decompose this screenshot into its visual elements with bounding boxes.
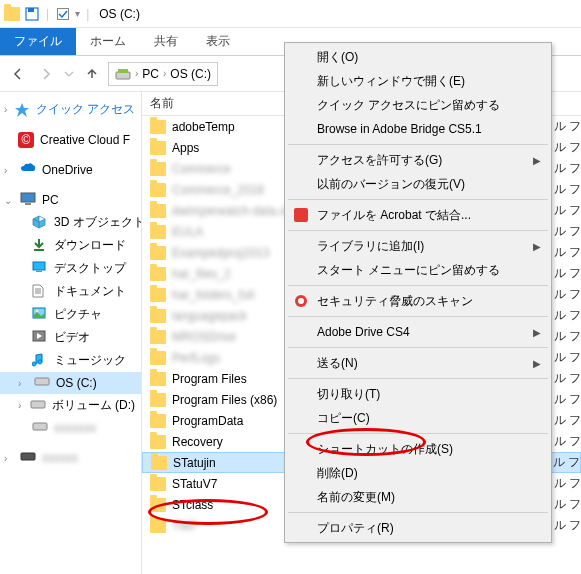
forward-button[interactable] (34, 62, 58, 86)
menu-send-to[interactable]: 送る(N)▶ (287, 351, 549, 375)
address-bar[interactable]: › PC › OS (C:) (108, 62, 218, 86)
menu-restore-prev[interactable]: 以前のバージョンの復元(V) (287, 172, 549, 196)
file-name: Exampedproj2013 (172, 246, 269, 260)
drive-icon (30, 398, 46, 414)
menu-separator (288, 512, 548, 513)
back-button[interactable] (6, 62, 30, 86)
sidebar-item-videos[interactable]: ビデオ (0, 326, 141, 349)
svg-rect-4 (118, 69, 128, 73)
chevron-right-icon[interactable]: › (163, 68, 166, 79)
save-icon[interactable] (24, 6, 40, 22)
menu-scan-threat[interactable]: セキュリティ脅威のスキャン (287, 289, 549, 313)
svg-text:©: © (22, 133, 31, 147)
file-name: STclass (172, 498, 213, 512)
sidebar-item-onedrive[interactable]: ›OneDrive (0, 159, 141, 181)
sidebar-item-blur1[interactable]: xxxxxxx (0, 417, 141, 439)
breadcrumb-pc[interactable]: PC (142, 67, 159, 81)
expand-icon[interactable]: › (18, 378, 28, 389)
file-name: adobeTemp (172, 120, 235, 134)
sidebar-item-creative-cloud[interactable]: ©Creative Cloud F (0, 129, 141, 151)
cube-icon (32, 215, 48, 231)
file-name: ProgramData (172, 414, 243, 428)
drive-icon (34, 375, 50, 391)
menu-add-library[interactable]: ライブラリに追加(I)▶ (287, 234, 549, 258)
menu-separator (288, 378, 548, 379)
breadcrumb-drive[interactable]: OS (C:) (170, 67, 211, 81)
expand-icon[interactable]: › (4, 104, 8, 115)
folder-icon (150, 246, 166, 260)
sidebar-item-music[interactable]: ミュージック (0, 349, 141, 372)
qat-dropdown-icon[interactable]: ▾ (75, 8, 80, 19)
chevron-right-icon: ▶ (533, 241, 541, 252)
sidebar-item-quick-access[interactable]: ›クイック アクセス (0, 98, 141, 121)
sidebar-item-documents[interactable]: ドキュメント (0, 280, 141, 303)
drive-icon (115, 67, 131, 81)
folder-icon (150, 120, 166, 134)
menu-separator (288, 316, 548, 317)
folder-icon (150, 414, 166, 428)
drive-icon (20, 450, 36, 466)
menu-pin-quick[interactable]: クイック アクセスにピン留めする (287, 93, 549, 117)
music-icon (32, 353, 48, 369)
desktop-icon (32, 261, 48, 277)
menu-separator (288, 199, 548, 200)
menu-separator (288, 144, 548, 145)
chevron-right-icon: ▶ (533, 358, 541, 369)
folder-icon (4, 6, 20, 22)
menu-separator (288, 433, 548, 434)
menu-delete[interactable]: 削除(D) (287, 461, 549, 485)
file-name: EULA (172, 225, 203, 239)
chevron-right-icon[interactable]: › (135, 68, 138, 79)
menu-adobe-drive[interactable]: Adobe Drive CS4▶ (287, 320, 549, 344)
sidebar-item-downloads[interactable]: ダウンロード (0, 234, 141, 257)
folder-icon (150, 183, 166, 197)
sidebar-item-pc[interactable]: ⌄PC (0, 189, 141, 211)
tab-share[interactable]: 共有 (140, 28, 192, 55)
sidebar-item-osc[interactable]: ›OS (C:) (0, 372, 141, 394)
file-name: languagepack (172, 309, 247, 323)
menu-new-window[interactable]: 新しいウィンドウで開く(E) (287, 69, 549, 93)
menu-copy[interactable]: コピー(C) (287, 406, 549, 430)
file-name: Commerce_2018 (172, 183, 264, 197)
expand-icon[interactable]: › (4, 453, 14, 464)
menu-grant-access[interactable]: アクセスを許可する(G)▶ (287, 148, 549, 172)
menu-combine-acrobat[interactable]: ファイルを Acrobat で結合... (287, 203, 549, 227)
folder-icon (150, 162, 166, 176)
menu-open[interactable]: 開く(O) (287, 45, 549, 69)
sidebar-item-vold[interactable]: ›ボリューム (D:) (0, 394, 141, 417)
acrobat-icon (293, 207, 309, 223)
tab-file[interactable]: ファイル (0, 28, 76, 55)
svg-rect-16 (31, 401, 45, 408)
file-name: STatuV7 (172, 477, 217, 491)
menu-rename[interactable]: 名前の変更(M) (287, 485, 549, 509)
file-name: Program Files (172, 372, 247, 386)
recent-dropdown-icon[interactable] (62, 62, 76, 86)
sidebar-item-desktop[interactable]: デスクトップ (0, 257, 141, 280)
menu-browse-bridge[interactable]: Browse in Adobe Bridge CS5.1 (287, 117, 549, 141)
svg-rect-7 (21, 193, 35, 202)
sidebar-item-blur2[interactable]: ›xxxxxx (0, 447, 141, 469)
expand-icon[interactable]: › (18, 400, 24, 411)
tab-view[interactable]: 表示 (192, 28, 244, 55)
chevron-right-icon: ▶ (533, 155, 541, 166)
file-name: Program Files (x86) (172, 393, 277, 407)
collapse-icon[interactable]: ⌄ (4, 195, 14, 206)
menu-create-shortcut[interactable]: ショートカットの作成(S) (287, 437, 549, 461)
folder-icon (150, 288, 166, 302)
sidebar-item-pictures[interactable]: ピクチャ (0, 303, 141, 326)
checkbox-icon[interactable] (55, 6, 71, 22)
menu-pin-start[interactable]: スタート メニューにピン留めする (287, 258, 549, 282)
expand-icon[interactable]: › (4, 165, 14, 176)
separator: | (86, 7, 89, 21)
menu-cut[interactable]: 切り取り(T) (287, 382, 549, 406)
sidebar-item-3d-objects[interactable]: 3D オブジェクト (0, 211, 141, 234)
folder-icon (151, 456, 167, 470)
file-name: STatujin (173, 456, 216, 470)
up-button[interactable] (80, 62, 104, 86)
tab-home[interactable]: ホーム (76, 28, 140, 55)
file-name: Apps (172, 141, 199, 155)
svg-rect-18 (21, 453, 35, 460)
folder-icon (150, 372, 166, 386)
menu-separator (288, 347, 548, 348)
menu-properties[interactable]: プロパティ(R) (287, 516, 549, 540)
